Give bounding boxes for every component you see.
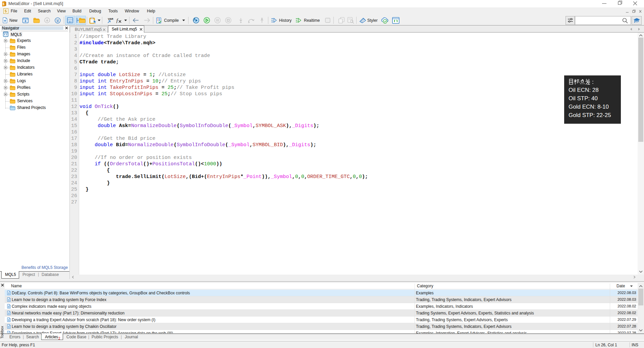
svg-text:f: f (116, 18, 118, 23)
svg-text:5: 5 (5, 9, 7, 13)
svg-text:VAR: VAR (108, 17, 114, 20)
svg-text:5: 5 (3, 2, 4, 6)
